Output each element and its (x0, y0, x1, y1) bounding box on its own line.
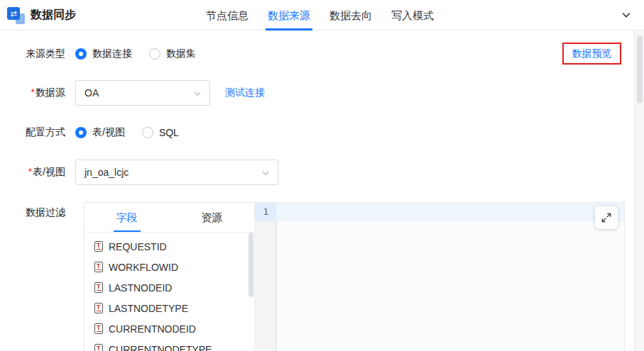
text-field-icon (94, 262, 103, 272)
field-item[interactable]: WORKFLOWID (84, 257, 254, 277)
field-item[interactable]: CURRENTNODETYPE (84, 339, 254, 351)
filter-code-editor[interactable]: 1 (254, 203, 624, 351)
main-tabs: 节点信息 数据来源 数据去向 写入模式 (206, 0, 434, 30)
field-item[interactable]: LASTNODEID (84, 277, 254, 298)
text-field-icon (94, 323, 103, 334)
radio-dataset[interactable]: 数据集 (149, 48, 196, 60)
radio-sql[interactable]: SQL (142, 127, 179, 138)
text-field-icon (94, 344, 103, 351)
scrollbar-thumb[interactable] (637, 35, 643, 103)
tab-data-source[interactable]: 数据来源 (268, 0, 310, 30)
text-field-icon (94, 282, 103, 293)
chevron-down-icon (192, 89, 202, 99)
radio-unchecked-icon[interactable] (142, 127, 153, 138)
fields-list: REQUESTID WORKFLOWID LASTNODEID LASTNODE… (84, 233, 254, 351)
page-title: 数据同步 (31, 8, 76, 23)
radio-data-connection-label: 数据连接 (92, 48, 132, 60)
config-mode-label: 配置方式 (0, 126, 75, 139)
tab-resources[interactable]: 资源 (170, 203, 255, 232)
table-view-select[interactable]: jn_oa_lcjc (75, 160, 278, 185)
field-item[interactable]: LASTNODETYPE (84, 298, 254, 318)
radio-table-view[interactable]: 表/视图 (75, 126, 125, 139)
fields-pane: 字段 资源 REQUESTID WORKFLOWID LASTNODEID LA… (84, 203, 254, 351)
expand-diagonal-icon (600, 211, 613, 224)
text-field-icon (94, 303, 103, 313)
datasource-label: *数据源 (0, 87, 75, 99)
radio-sql-label: SQL (159, 127, 179, 138)
chevron-down-icon[interactable] (621, 9, 632, 21)
data-sync-icon: ⇄ (7, 6, 25, 24)
tab-data-destination[interactable]: 数据去向 (329, 0, 372, 30)
table-view-value: jn_oa_lcjc (84, 167, 129, 178)
source-type-label: 来源类型 (0, 48, 75, 60)
chevron-down-icon (261, 168, 271, 178)
tab-node-info[interactable]: 节点信息 (206, 0, 249, 30)
data-filter-label: 数据过滤 (0, 206, 75, 219)
required-mark: * (28, 166, 32, 177)
header: ⇄ 数据同步 节点信息 数据来源 数据去向 写入模式 (0, 0, 644, 30)
page-scrollbar[interactable] (634, 31, 644, 351)
radio-dataset-label: 数据集 (166, 48, 196, 60)
data-preview-button[interactable]: 数据预览 (562, 43, 621, 65)
test-connection-link[interactable]: 测试连接 (225, 87, 265, 99)
radio-table-view-label: 表/视图 (92, 126, 125, 139)
required-mark: * (31, 87, 35, 98)
radio-data-connection[interactable]: 数据连接 (75, 48, 132, 60)
editor-active-line[interactable] (278, 203, 624, 221)
radio-checked-icon[interactable] (75, 48, 87, 60)
datasource-value: OA (84, 87, 99, 99)
table-view-label: *表/视图 (0, 166, 75, 179)
fields-scrollbar-thumb[interactable] (249, 233, 253, 297)
tab-fields[interactable]: 字段 (84, 203, 170, 232)
datasource-select[interactable]: OA (75, 80, 210, 106)
expand-editor-button[interactable] (595, 206, 618, 229)
field-item[interactable]: CURRENTNODEID (84, 318, 254, 339)
radio-unchecked-icon[interactable] (149, 48, 160, 60)
text-field-icon (94, 241, 103, 252)
radio-checked-icon[interactable] (75, 127, 87, 138)
tab-write-mode[interactable]: 写入模式 (391, 0, 434, 30)
field-item[interactable]: REQUESTID (84, 236, 254, 257)
editor-gutter (255, 203, 277, 351)
editor-line-number: 1 (255, 203, 277, 221)
data-filter-panel: 字段 资源 REQUESTID WORKFLOWID LASTNODEID LA… (84, 202, 625, 351)
